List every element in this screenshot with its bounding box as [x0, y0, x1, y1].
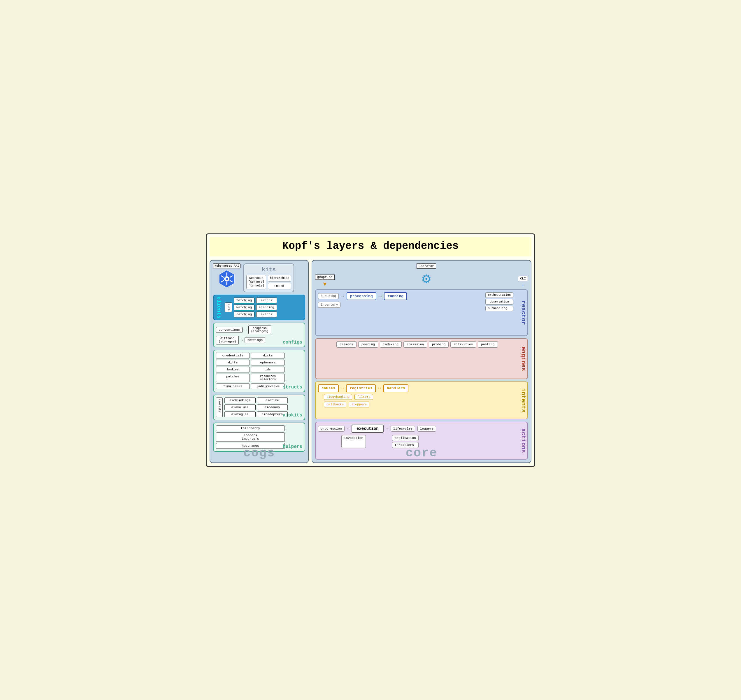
actions-lifecycles: lifecycles — [390, 426, 415, 432]
actions-inner: progression ← execution → lifecycles log… — [318, 425, 525, 448]
kopf-on-label: @kopf.on — [315, 275, 334, 280]
svg-point-2 — [225, 278, 228, 280]
engines-label: engines — [519, 345, 528, 372]
cogs-section: Kubernetes API kits — [209, 260, 309, 463]
kits-inner: webhooks [servers] [tunnels] hierarchies… — [246, 275, 291, 290]
clients-fetching: fetching — [234, 297, 255, 303]
actions-progression: progression — [318, 426, 345, 432]
reactor-right-modules: orchestration observation subhandling — [485, 292, 513, 311]
aiokits-section: aiotasks aiobindings aiotime aiovalues a… — [213, 394, 305, 420]
aiokits-label: aiokits — [283, 413, 302, 418]
kits-webhooks: webhooks [servers] [tunnels] — [246, 275, 266, 290]
configs-row2: diffbase (storages) → settings — [216, 336, 288, 344]
engines-activities: activities — [450, 341, 476, 348]
configs-conventions: conventions — [216, 327, 243, 333]
core-section: @kopf.on ▼ Operator ⚙ CLI ↓ reactor — [312, 260, 532, 463]
actions-execution: execution — [352, 425, 384, 433]
kopf-arrow: ▼ — [323, 281, 327, 288]
engines-daemons: daemons — [336, 341, 356, 348]
operator-label: Operator — [417, 263, 436, 269]
aio-aiovalues: aiovalues — [224, 404, 256, 410]
structs-patches: patches — [216, 374, 250, 382]
helpers-loaders: loaders importers — [216, 432, 285, 442]
structs-resources-selectors: resources selectors — [251, 374, 285, 382]
top-section: Kubernetes API kits — [213, 263, 305, 292]
kits-hierarchies: hierarchies — [268, 275, 291, 281]
structs-section: credentials dicts diffs ephemera bodies … — [213, 350, 305, 392]
intents-handlers: handlers — [383, 384, 408, 392]
aio-aioenums: aioenums — [257, 404, 288, 410]
configs-settings: settings — [245, 337, 265, 343]
intents-callbacks: callbacks — [324, 401, 346, 407]
main-container: Kopf's layers & dependencies Kubernetes … — [206, 234, 535, 467]
clients-col1: fetching watching patching — [234, 297, 255, 318]
actions-row1: progression ← execution → lifecycles log… — [318, 425, 516, 433]
configs-section: conventions → progress (storages) diffba… — [213, 323, 305, 347]
clients-auth: auth — [225, 303, 232, 312]
helpers-label: helpers — [283, 444, 302, 449]
core-label: core — [406, 446, 438, 460]
reactor-label: reactor — [519, 299, 528, 326]
reactor-content: queueing → processing → running inventor… — [318, 292, 525, 311]
actions-application: application — [392, 435, 418, 441]
cli-box: CLI ↓ — [518, 276, 528, 288]
kits-title: kits — [246, 266, 291, 273]
structs-grid: credentials dicts diffs ephemera bodies … — [216, 353, 285, 389]
configs-diffbase: diffbase (storages) — [216, 336, 239, 344]
engines-indexing: indexing — [380, 341, 402, 348]
clients-watching: watching — [234, 304, 255, 310]
intents-stoppers: stoppers — [349, 401, 369, 407]
clients-errors: errors — [256, 297, 277, 303]
reactor-orchestration: orchestration — [485, 292, 513, 298]
clients-inner: auth fetching watching patching errors s… — [225, 297, 302, 318]
engines-peering: peering — [358, 341, 378, 348]
clients-patching: patching — [234, 312, 255, 318]
aio-aiotime: aiotime — [257, 397, 288, 403]
configs-progress: progress (storages) — [248, 325, 271, 334]
cogs-label: cogs — [243, 446, 275, 460]
gear-icon: ⚙ — [422, 270, 430, 288]
intents-row3: callbacks stoppers — [324, 401, 516, 407]
kits-runner: runner — [268, 283, 291, 290]
structs-finalizers: finalizers — [216, 384, 250, 389]
engines-probing: probing — [429, 341, 449, 348]
reactor-inventory: inventory — [318, 302, 340, 308]
structs-label: structs — [283, 385, 302, 390]
k8s-area: Kubernetes API — [213, 263, 240, 287]
clients-events: events — [256, 312, 277, 318]
aio-aiotogles: aiotogles — [224, 412, 256, 417]
clients-label: clients — [216, 296, 222, 319]
reactor-left: queueing → processing → running inventor… — [318, 292, 407, 308]
arrow1: → — [244, 328, 247, 332]
intents-label: intents — [519, 387, 528, 413]
intents-layer: intents causes → registries ↔ handlers p… — [315, 381, 528, 419]
aiokits-inner: aiotasks aiobindings aiotime aiovalues a… — [216, 397, 288, 417]
intents-piggybacking: piggybacking — [324, 394, 352, 400]
aio-grid: aiobindings aiotime aiovalues aioenums a… — [224, 397, 288, 417]
structs-diffs: diffs — [216, 360, 250, 365]
engines-layer: engines daemons peering indexing admissi… — [315, 338, 528, 379]
structs-ephemera: ephemera — [251, 360, 285, 365]
intents-inner: causes → registries ↔ handlers piggyback… — [318, 384, 525, 407]
reactor-queueing: queueing — [318, 293, 339, 299]
helpers-inner: thirdparty loaders importers hostnames — [216, 425, 285, 449]
actions-invocation: invocation — [341, 435, 366, 448]
kopf-on-box: @kopf.on ▼ — [315, 275, 334, 288]
intents-causes: causes — [318, 384, 339, 392]
reactor-bottom-row: inventory — [318, 302, 407, 308]
intents-registries: registries — [346, 384, 376, 392]
reactor-processing: processing — [346, 292, 376, 300]
aio-aiobindings: aiobindings — [224, 397, 256, 403]
structs-ids: ids — [251, 367, 285, 372]
intents-row2: piggybacking filters — [324, 394, 516, 400]
reactor-subhandling: subhandling — [485, 306, 513, 311]
page-title: Kopf's layers & dependencies — [209, 237, 532, 256]
reactor-running: running — [384, 292, 407, 300]
k8s-label: Kubernetes API — [213, 263, 240, 268]
clients-block: auth fetching watching patching errors s… — [213, 295, 305, 320]
helpers-thirdparty: thirdparty — [216, 425, 285, 431]
k8s-icon — [218, 269, 236, 287]
cli-arrow: ↓ — [521, 282, 524, 288]
structs-dicts: dicts — [251, 353, 285, 359]
diagram-area: Kubernetes API kits — [209, 260, 532, 463]
